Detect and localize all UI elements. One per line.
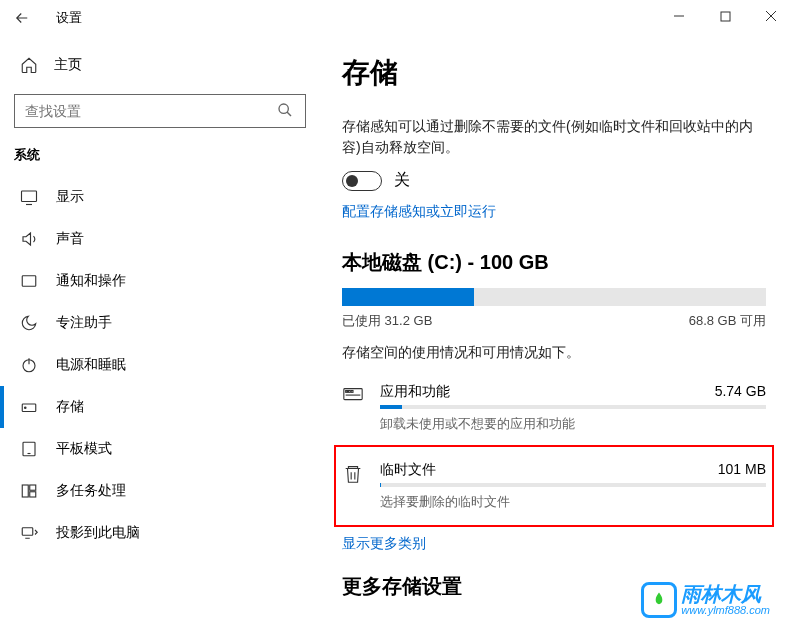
svg-rect-3: [22, 276, 36, 287]
project-icon: [20, 524, 38, 542]
item-name: 应用和功能: [380, 383, 450, 401]
sidebar: 主页 系统 显示 声音 通知和操作 专注助手 电源和睡眠: [0, 36, 320, 636]
item-size: 5.74 GB: [715, 383, 766, 401]
storage-sense-toggle[interactable]: [342, 171, 382, 191]
highlight-annotation: 临时文件101 MB 选择要删除的临时文件: [334, 445, 774, 527]
search-icon: [277, 102, 295, 120]
svg-rect-15: [351, 391, 353, 393]
search-box[interactable]: [14, 94, 306, 128]
storage-sense-description: 存储感知可以通过删除不需要的文件(例如临时文件和回收站中的内容)自动释放空间。: [342, 116, 766, 158]
toggle-label: 关: [394, 170, 410, 191]
svg-point-1: [279, 104, 288, 113]
home-icon: [20, 56, 38, 74]
close-button[interactable]: [748, 0, 794, 32]
disk-free-label: 68.8 GB 可用: [689, 312, 766, 330]
svg-rect-10: [30, 492, 36, 497]
trash-icon: [342, 463, 364, 485]
sidebar-item-sound[interactable]: 声音: [14, 218, 320, 260]
page-title: 存储: [342, 54, 766, 92]
nav-label: 投影到此电脑: [56, 524, 140, 542]
home-label: 主页: [54, 56, 82, 74]
svg-rect-0: [721, 12, 730, 21]
maximize-button[interactable]: [702, 0, 748, 32]
sidebar-item-storage[interactable]: 存储: [14, 386, 320, 428]
sidebar-item-display[interactable]: 显示: [14, 176, 320, 218]
minimize-button[interactable]: [656, 0, 702, 32]
nav-label: 显示: [56, 188, 84, 206]
apps-icon: [342, 385, 364, 407]
search-input[interactable]: [25, 103, 277, 119]
sidebar-item-power[interactable]: 电源和睡眠: [14, 344, 320, 386]
power-icon: [20, 356, 38, 374]
storage-item-temp[interactable]: 临时文件101 MB 选择要删除的临时文件: [342, 453, 766, 519]
disk-used-label: 已使用 31.2 GB: [342, 312, 432, 330]
item-size: 101 MB: [718, 461, 766, 479]
svg-rect-2: [22, 191, 37, 202]
item-name: 临时文件: [380, 461, 436, 479]
window-title: 设置: [56, 9, 82, 27]
sidebar-item-notifications[interactable]: 通知和操作: [14, 260, 320, 302]
usage-description: 存储空间的使用情况和可用情况如下。: [342, 342, 766, 363]
display-icon: [20, 188, 38, 206]
disk-heading: 本地磁盘 (C:) - 100 GB: [342, 249, 766, 276]
svg-point-6: [25, 407, 27, 409]
svg-rect-13: [346, 391, 348, 393]
item-sub: 卸载未使用或不想要的应用和功能: [380, 415, 766, 433]
disk-usage-bar: [342, 288, 766, 306]
nav-label: 存储: [56, 398, 84, 416]
nav-label: 通知和操作: [56, 272, 126, 290]
sidebar-item-multitask[interactable]: 多任务处理: [14, 470, 320, 512]
show-more-link[interactable]: 显示更多类别: [342, 535, 766, 553]
svg-rect-11: [22, 528, 33, 536]
nav-label: 平板模式: [56, 440, 112, 458]
home-link[interactable]: 主页: [14, 48, 320, 82]
svg-rect-9: [30, 485, 36, 490]
watermark-url: www.ylmf888.com: [681, 604, 770, 616]
configure-link[interactable]: 配置存储感知或立即运行: [342, 203, 766, 221]
notifications-icon: [20, 272, 38, 290]
nav-label: 专注助手: [56, 314, 112, 332]
item-sub: 选择要删除的临时文件: [380, 493, 766, 511]
sound-icon: [20, 230, 38, 248]
sidebar-item-focus[interactable]: 专注助手: [14, 302, 320, 344]
section-label: 系统: [14, 146, 320, 164]
main-content: 存储 存储感知可以通过删除不需要的文件(例如临时文件和回收站中的内容)自动释放空…: [320, 36, 794, 636]
back-button[interactable]: [8, 4, 36, 32]
focus-icon: [20, 314, 38, 332]
nav-label: 声音: [56, 230, 84, 248]
watermark: 雨林木风 www.ylmf888.com: [641, 582, 770, 618]
watermark-logo-icon: [641, 582, 677, 618]
multitask-icon: [20, 482, 38, 500]
watermark-text: 雨林木风: [681, 584, 770, 604]
svg-rect-14: [348, 391, 350, 393]
svg-rect-8: [22, 485, 28, 497]
storage-item-apps[interactable]: 应用和功能5.74 GB 卸载未使用或不想要的应用和功能: [342, 375, 766, 441]
nav-label: 电源和睡眠: [56, 356, 126, 374]
sidebar-item-project[interactable]: 投影到此电脑: [14, 512, 320, 554]
tablet-icon: [20, 440, 38, 458]
storage-icon: [20, 398, 38, 416]
nav-label: 多任务处理: [56, 482, 126, 500]
sidebar-item-tablet[interactable]: 平板模式: [14, 428, 320, 470]
